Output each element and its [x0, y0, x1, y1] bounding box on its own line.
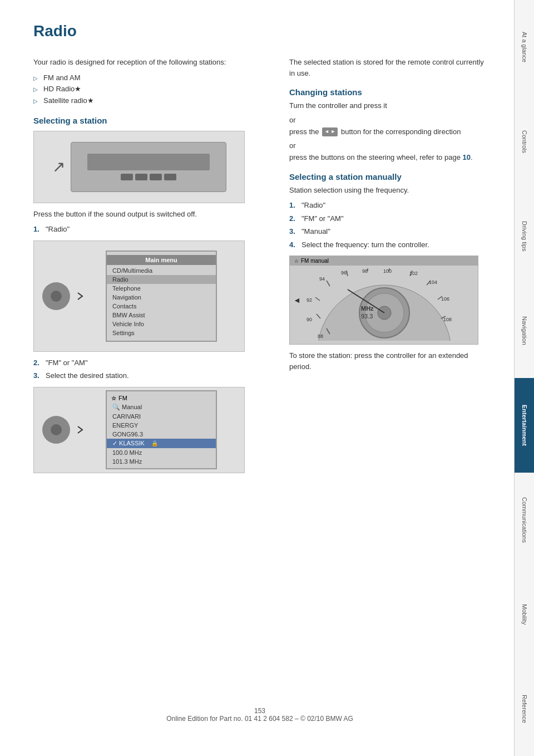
svg-text:102: 102	[409, 271, 418, 276]
svg-text:88: 88	[318, 333, 323, 339]
stored-text: The selected station is stored for the r…	[289, 57, 486, 78]
left-column: Your radio is designed for reception of …	[33, 57, 273, 479]
fm-item-carivari: CARIVARI	[107, 412, 216, 421]
menu-item-contacts: Contacts	[107, 302, 216, 311]
svg-text:90: 90	[306, 317, 312, 322]
radio-device-image: ↗	[33, 131, 245, 203]
svg-text:108: 108	[443, 317, 452, 322]
arrow-right-icon	[75, 291, 86, 302]
step-1: 1. "Radio"	[33, 224, 273, 235]
fm-display: ☆ FM 🔍 Manual CARIVARI ENERGY GONG96.3 ✓…	[106, 390, 217, 469]
svg-text:100: 100	[383, 268, 392, 274]
or-1: or	[289, 116, 486, 124]
fm-station-image: ☆ FM 🔍 Manual CARIVARI ENERGY GONG96.3 ✓…	[33, 387, 245, 473]
selecting-station-heading: Selecting a station	[33, 116, 273, 125]
fm-manual-icon: ☆	[294, 258, 299, 264]
footer-text: Online Edition for Part no. 01 41 2 604 …	[166, 715, 353, 723]
step-3: 3. Select the desired station.	[33, 370, 273, 381]
svg-text:92: 92	[306, 297, 312, 303]
direction-button-icon: ◄ ►	[322, 127, 338, 136]
manual-step-text-2: "FM" or "AM"	[301, 213, 344, 224]
manually-subtext: Station selection using the frequency.	[289, 185, 486, 196]
changing-text1: Turn the controller and press it	[289, 100, 486, 111]
menu-item-navigation: Navigation	[107, 293, 216, 302]
step-num-3: 3.	[33, 370, 42, 381]
manual-step-text-3: "Manual"	[301, 226, 330, 237]
fm-item-manual: 🔍 Manual	[107, 402, 216, 412]
sidebar-tab-communications[interactable]: Communications	[514, 473, 534, 567]
manual-step-2: 2. "FM" or "AM"	[289, 213, 486, 224]
fm-item-klassik: ✓ KLASSIK 🔒	[107, 439, 216, 448]
left-arrow-icon: ◄	[293, 296, 301, 305]
svg-line-3	[317, 314, 320, 318]
bullet-item-satellite: Satellite radio★	[33, 95, 273, 107]
page-ref: 10	[462, 153, 470, 161]
svg-text:MHz: MHz	[361, 305, 374, 312]
manual-step-num-4: 4.	[289, 239, 298, 251]
pointer-arrow-icon: ↗	[52, 158, 65, 176]
manual-step-num-3: 3.	[289, 226, 298, 237]
sidebar-tab-controls[interactable]: Controls	[514, 95, 534, 189]
changing-stations-heading: Changing stations	[289, 87, 486, 97]
fm-manual-dial-image: ☆ FM manual ◄ 88 90	[289, 256, 478, 345]
svg-line-5	[315, 297, 320, 301]
selecting-manually-heading: Selecting a station manually	[289, 172, 486, 181]
svg-line-9	[347, 271, 348, 276]
svg-text:94: 94	[319, 276, 325, 282]
changing-text2: press the ◄ ► button for the correspondi…	[289, 126, 486, 138]
sidebar-tab-driving-tips[interactable]: Driving tips	[514, 189, 534, 284]
step-text-2: "FM" or "AM"	[46, 357, 88, 369]
sidebar-tabs: At a glance Controls Driving tips Naviga…	[514, 0, 534, 756]
step-num-1: 1.	[33, 224, 42, 235]
sidebar-tab-entertainment[interactable]: Entertainment	[514, 378, 534, 473]
manual-step-3: 3. "Manual"	[289, 226, 486, 237]
sidebar-tab-reference[interactable]: Reference	[514, 661, 534, 756]
svg-text:98: 98	[362, 268, 368, 274]
sidebar-tab-mobility[interactable]: Mobility	[514, 567, 534, 662]
page-title: Radio	[33, 22, 486, 40]
right-column: The selected station is stored for the r…	[289, 57, 486, 479]
svg-text:104: 104	[429, 279, 437, 285]
svg-text:106: 106	[441, 296, 449, 302]
menu-item-radio: Radio	[107, 275, 216, 284]
menu-item-telephone: Telephone	[107, 284, 216, 293]
press-text: Press the button if the sound output is …	[33, 209, 273, 220]
manual-step-text-1: "Radio"	[301, 200, 325, 211]
manual-step-num-1: 1.	[289, 200, 298, 211]
fm-item-101: 101.3 MHz	[107, 457, 216, 466]
menu-item-cd: CD/Multimedia	[107, 266, 216, 275]
menu-item-bmw: BMW Assist	[107, 311, 216, 320]
radio-btn-4	[164, 174, 176, 180]
sidebar-tab-navigation[interactable]: Navigation	[514, 283, 534, 378]
arrow-right-2-icon	[75, 424, 86, 435]
intro-text: Your radio is designed for reception of …	[33, 57, 273, 68]
step-text-1: "Radio"	[46, 224, 70, 235]
or-2: or	[289, 141, 486, 150]
page-footer: 153 Online Edition for Part no. 01 41 2 …	[33, 690, 486, 723]
radio-btn-3	[150, 174, 162, 180]
svg-text:96: 96	[341, 270, 347, 276]
store-text: To store the station: press the controll…	[289, 350, 486, 372]
sidebar-tab-at-a-glance[interactable]: At a glance	[514, 0, 534, 95]
menu-item-vehicle: Vehicle Info	[107, 320, 216, 328]
changing-text3: press the buttons on the steering wheel,…	[289, 152, 486, 163]
main-menu-image: Main menu CD/Multimedia Radio Telephone …	[33, 240, 245, 352]
fm-manual-header: FM manual	[301, 258, 329, 264]
step-2: 2. "FM" or "AM"	[33, 357, 273, 369]
radio-buttons-row	[121, 174, 176, 180]
menu-item-settings: Settings	[107, 328, 216, 337]
bullet-item-hd: HD Radio★	[33, 84, 273, 95]
manual-step-4: 4. Select the frequency: turn the contro…	[289, 239, 486, 251]
fm-logo-icon: ☆	[111, 395, 116, 401]
manual-step-text-4: Select the frequency: turn the controlle…	[301, 239, 429, 251]
bullet-list: FM and AM HD Radio★ Satellite radio★	[33, 72, 273, 107]
manual-step-1: 1. "Radio"	[289, 200, 486, 211]
menu-header: Main menu	[107, 255, 216, 265]
fm-header-label: FM	[118, 395, 127, 401]
page-number: 153	[254, 707, 265, 715]
radio-btn-2	[135, 174, 147, 180]
step-num-2: 2.	[33, 357, 42, 369]
menu-display: Main menu CD/Multimedia Radio Telephone …	[106, 251, 217, 342]
svg-line-7	[327, 281, 330, 286]
frequency-dial-svg: 88 90 92 94 96	[301, 268, 468, 341]
